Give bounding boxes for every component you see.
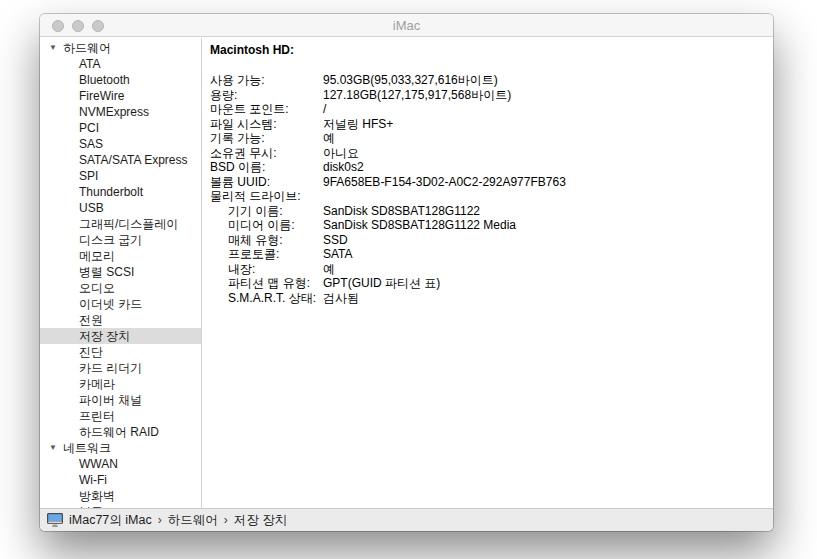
- sidebar-section-header[interactable]: ▼하드웨어: [40, 40, 201, 56]
- disclosure-triangle-icon[interactable]: ▼: [49, 40, 57, 56]
- sidebar-item-label: ATA: [40, 56, 101, 72]
- info-label: 용량:: [210, 88, 323, 103]
- sidebar-item[interactable]: FireWire: [40, 88, 201, 104]
- window-titlebar[interactable]: iMac: [40, 14, 773, 37]
- window-title: iMac: [40, 14, 773, 37]
- info-label: 사용 가능:: [210, 73, 323, 88]
- sidebar-item[interactable]: 하드웨어 RAID: [40, 424, 201, 440]
- sidebar-item[interactable]: 진단: [40, 344, 201, 360]
- info-label: S.M.A.R.T. 상태:: [210, 291, 323, 306]
- info-label: 미디어 이름:: [210, 218, 323, 233]
- sidebar-item[interactable]: 카메라: [40, 376, 201, 392]
- info-row: 볼륨 UUID:9FA658EB-F154-3D02-A0C2-292A977F…: [210, 175, 773, 190]
- sidebar-item-label: FireWire: [40, 88, 124, 104]
- info-value: 예: [323, 131, 773, 146]
- info-rows: 사용 가능:95.03GB(95,033,327,616바이트)용량:127.1…: [210, 73, 773, 305]
- sidebar-item-label: 병렬 SCSI: [40, 264, 134, 280]
- info-row: 매체 유형:SSD: [210, 233, 773, 248]
- info-row: S.M.A.R.T. 상태:검사됨: [210, 291, 773, 306]
- sidebar-item[interactable]: 프린터: [40, 408, 201, 424]
- sidebar-item-label: USB: [40, 200, 104, 216]
- info-label: BSD 이름:: [210, 160, 323, 175]
- info-row: 기록 가능:예: [210, 131, 773, 146]
- info-value: 저널링 HFS+: [323, 117, 773, 132]
- sidebar-item[interactable]: 이더넷 카드: [40, 296, 201, 312]
- info-value: SATA: [323, 247, 773, 262]
- breadcrumb-separator: ›: [224, 513, 228, 527]
- info-value: 검사됨: [323, 291, 773, 306]
- info-value: SSD: [323, 233, 773, 248]
- info-value: 9FA658EB-F154-3D02-A0C2-292A977FB763: [323, 175, 773, 190]
- sidebar-item[interactable]: PCI: [40, 120, 201, 136]
- sidebar-item-label: 전원: [40, 312, 103, 328]
- sidebar-item-label: Thunderbolt: [40, 184, 143, 200]
- sidebar-item-label: 방화벽: [40, 488, 115, 504]
- sidebar-item[interactable]: 파이버 채널: [40, 392, 201, 408]
- content-pane: Macintosh HD: 사용 가능:95.03GB(95,033,327,6…: [202, 38, 773, 508]
- info-label: 볼륨 UUID:: [210, 175, 323, 190]
- sidebar-item-label: SATA/SATA Express: [40, 152, 187, 168]
- disclosure-triangle-icon[interactable]: ▼: [49, 440, 57, 456]
- info-row: BSD 이름:disk0s2: [210, 160, 773, 175]
- sidebar-item-label: NVMExpress: [40, 104, 149, 120]
- sidebar-item-label: 파이버 채널: [40, 392, 142, 408]
- volume-title: Macintosh HD:: [210, 43, 773, 58]
- sidebar-item-label: 프린터: [40, 408, 115, 424]
- info-label: 파일 시스템:: [210, 117, 323, 132]
- info-row: 물리적 드라이브:: [210, 189, 773, 204]
- sidebar-item[interactable]: Wi-Fi: [40, 472, 201, 488]
- sidebar-item[interactable]: SPI: [40, 168, 201, 184]
- desktop-wallpaper: iMac ▼하드웨어ATABluetoothFireWireNVMExpress…: [0, 0, 817, 559]
- info-row: 용량:127.18GB(127,175,917,568바이트): [210, 88, 773, 103]
- system-information-window: iMac ▼하드웨어ATABluetoothFireWireNVMExpress…: [40, 14, 773, 531]
- sidebar-item[interactable]: SATA/SATA Express: [40, 152, 201, 168]
- sidebar-item[interactable]: 저장 장치: [40, 328, 201, 344]
- info-label: 물리적 드라이브:: [210, 189, 323, 204]
- sidebar-item-label: 하드웨어 RAID: [40, 424, 159, 440]
- info-label: 기기 이름:: [210, 204, 323, 219]
- sidebar-item[interactable]: Thunderbolt: [40, 184, 201, 200]
- sidebar-item[interactable]: NVMExpress: [40, 104, 201, 120]
- info-row: 기기 이름:SanDisk SD8SBAT128G1122: [210, 204, 773, 219]
- sidebar-item[interactable]: 방화벽: [40, 488, 201, 504]
- info-label: 파티션 맵 유형:: [210, 276, 323, 291]
- sidebar: ▼하드웨어ATABluetoothFireWireNVMExpressPCISA…: [40, 38, 202, 508]
- sidebar-section-header[interactable]: ▼네트워크: [40, 440, 201, 456]
- sidebar-item[interactable]: 병렬 SCSI: [40, 264, 201, 280]
- info-value: GPT(GUID 파티션 표): [323, 276, 773, 291]
- sidebar-item-label: WWAN: [40, 456, 118, 472]
- sidebar-item[interactable]: 디스크 굽기: [40, 232, 201, 248]
- info-value: 예: [323, 262, 773, 277]
- sidebar-item-label: 카메라: [40, 376, 115, 392]
- sidebar-item[interactable]: SAS: [40, 136, 201, 152]
- info-value: disk0s2: [323, 160, 773, 175]
- info-label: 소유권 무시:: [210, 146, 323, 161]
- sidebar-item-label: 이더넷 카드: [40, 296, 142, 312]
- sidebar-item[interactable]: 오디오: [40, 280, 201, 296]
- breadcrumb-segment: iMac77의 iMac: [69, 513, 152, 527]
- info-value: 95.03GB(95,033,327,616바이트): [323, 73, 773, 88]
- info-value: [323, 189, 773, 204]
- info-value: 아니요: [323, 146, 773, 161]
- sidebar-item-label: Wi-Fi: [40, 472, 107, 488]
- info-value: /: [323, 102, 773, 117]
- info-label: 기록 가능:: [210, 131, 323, 146]
- sidebar-item[interactable]: WWAN: [40, 456, 201, 472]
- info-value: 127.18GB(127,175,917,568바이트): [323, 88, 773, 103]
- breadcrumb-separator: ›: [158, 513, 162, 527]
- sidebar-item[interactable]: 카드 리더기: [40, 360, 201, 376]
- sidebar-item-label: 오디오: [40, 280, 115, 296]
- sidebar-item-label: 카드 리더기: [40, 360, 142, 376]
- info-row: 파티션 맵 유형:GPT(GUID 파티션 표): [210, 276, 773, 291]
- sidebar-item[interactable]: 전원: [40, 312, 201, 328]
- info-row: 내장:예: [210, 262, 773, 277]
- info-row: 사용 가능:95.03GB(95,033,327,616바이트): [210, 73, 773, 88]
- info-row: 프로토콜:SATA: [210, 247, 773, 262]
- sidebar-item[interactable]: ATA: [40, 56, 201, 72]
- sidebar-item[interactable]: Bluetooth: [40, 72, 201, 88]
- sidebar-item-label: 진단: [40, 344, 103, 360]
- sidebar-item[interactable]: 그래픽/디스플레이: [40, 216, 201, 232]
- sidebar-item-label: Bluetooth: [40, 72, 130, 88]
- sidebar-item[interactable]: 메모리: [40, 248, 201, 264]
- sidebar-item[interactable]: USB: [40, 200, 201, 216]
